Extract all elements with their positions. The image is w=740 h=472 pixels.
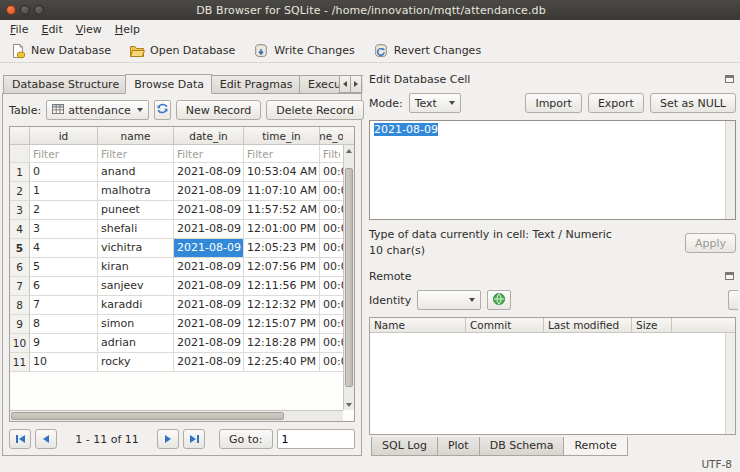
- grid-cell[interactable]: 0: [30, 163, 98, 182]
- row-number[interactable]: 4: [10, 220, 30, 239]
- grid-cell[interactable]: vichitra: [98, 239, 174, 258]
- grid-cell[interactable]: 2021-08-09: [174, 315, 244, 334]
- remote-scrollbar[interactable]: [725, 333, 735, 434]
- open-database-button[interactable]: Open Database: [125, 41, 239, 61]
- grid-cell[interactable]: 11:07:10 AM: [244, 182, 320, 201]
- filter-input-date-in[interactable]: [174, 145, 243, 162]
- editor-scrollbar[interactable]: [725, 121, 735, 219]
- grid-cell[interactable]: 2021-08-09: [174, 201, 244, 220]
- grid-cell[interactable]: 12:05:23 PM: [244, 239, 320, 258]
- remote-edge-button[interactable]: [728, 290, 738, 310]
- last-record-button[interactable]: [183, 429, 205, 449]
- menu-file[interactable]: File: [4, 21, 34, 38]
- row-number[interactable]: 11: [10, 353, 30, 372]
- grid-cell[interactable]: 8: [30, 315, 98, 334]
- cell-editor[interactable]: 2021-08-09: [369, 120, 736, 220]
- column-header-time-in[interactable]: time_in: [244, 127, 320, 145]
- mode-combobox[interactable]: Text: [409, 93, 461, 113]
- grid-cell[interactable]: 10:53:04 AM: [244, 163, 320, 182]
- filter-input-time-out[interactable]: [320, 145, 343, 162]
- column-header-name[interactable]: Name: [370, 318, 466, 332]
- grid-cell[interactable]: kiran: [98, 258, 174, 277]
- grid-cell[interactable]: karaddi: [98, 296, 174, 315]
- grid-cell[interactable]: anand: [98, 163, 174, 182]
- scroll-up-icon[interactable]: [344, 145, 354, 156]
- row-number[interactable]: 10: [10, 334, 30, 353]
- goto-input[interactable]: [277, 429, 356, 449]
- tab-scroll-right-icon[interactable]: [350, 75, 362, 93]
- table-combobox[interactable]: attendance: [46, 100, 149, 120]
- grid-cell[interactable]: simon: [98, 315, 174, 334]
- row-number[interactable]: 2: [10, 182, 30, 201]
- grid-cell[interactable]: 00:00:00: [320, 201, 343, 220]
- grid-cell[interactable]: 00:00:00: [320, 353, 343, 372]
- grid-cell[interactable]: 00:00:00: [320, 296, 343, 315]
- grid-cell[interactable]: 1: [30, 182, 98, 201]
- grid-cell[interactable]: 00:00:00: [320, 334, 343, 353]
- grid-cell[interactable]: 2021-08-09: [174, 334, 244, 353]
- new-database-button[interactable]: New Database: [6, 41, 115, 61]
- row-number[interactable]: 9: [10, 315, 30, 334]
- grid-cell[interactable]: 12:11:56 PM: [244, 277, 320, 296]
- grid-cell[interactable]: 5: [30, 258, 98, 277]
- column-header-name[interactable]: name: [98, 127, 174, 145]
- window-maximize-button[interactable]: [34, 5, 44, 15]
- identity-combobox[interactable]: [417, 290, 481, 310]
- grid-cell[interactable]: puneet: [98, 201, 174, 220]
- column-header-commit[interactable]: Commit: [466, 318, 544, 332]
- grid-cell[interactable]: 00:00:00: [320, 277, 343, 296]
- previous-record-button[interactable]: [35, 429, 57, 449]
- column-header-size[interactable]: Size: [632, 318, 672, 332]
- grid-cell[interactable]: adrian: [98, 334, 174, 353]
- write-changes-button[interactable]: Write Changes: [249, 41, 358, 61]
- tab-remote[interactable]: Remote: [563, 437, 627, 456]
- column-header-id[interactable]: id: [30, 127, 98, 145]
- grid-cell[interactable]: rocky: [98, 353, 174, 372]
- remote-file-list[interactable]: [370, 333, 735, 434]
- grid-cell[interactable]: 12:01:00 PM: [244, 220, 320, 239]
- grid-cell[interactable]: 7: [30, 296, 98, 315]
- grid-cell[interactable]: 2: [30, 201, 98, 220]
- grid-cell[interactable]: 00:00:00: [320, 220, 343, 239]
- row-number[interactable]: 5: [10, 239, 30, 258]
- row-number[interactable]: 8: [10, 296, 30, 315]
- export-button[interactable]: Export: [588, 93, 644, 113]
- first-record-button[interactable]: [9, 429, 31, 449]
- vertical-scrollbar-thumb[interactable]: [345, 168, 353, 387]
- menu-edit[interactable]: Edit: [35, 21, 68, 38]
- grid-cell[interactable]: shefali: [98, 220, 174, 239]
- grid-cell[interactable]: 9: [30, 334, 98, 353]
- grid-cell-selected[interactable]: 2021-08-09: [174, 239, 244, 258]
- window-close-button[interactable]: [6, 5, 16, 15]
- grid-cell[interactable]: 12:15:07 PM: [244, 315, 320, 334]
- revert-changes-button[interactable]: Revert Changes: [369, 41, 485, 61]
- next-record-button[interactable]: [157, 429, 179, 449]
- refresh-button[interactable]: [154, 100, 171, 120]
- column-header-time-out[interactable]: time_out: [320, 127, 343, 145]
- grid-cell[interactable]: 6: [30, 277, 98, 296]
- grid-cell[interactable]: 2021-08-09: [174, 220, 244, 239]
- horizontal-scrollbar[interactable]: [10, 410, 343, 421]
- tab-plot[interactable]: Plot: [437, 437, 480, 456]
- row-number[interactable]: 1: [10, 163, 30, 182]
- grid-cell[interactable]: 12:25:40 PM: [244, 353, 320, 372]
- filter-input-name[interactable]: [98, 145, 173, 162]
- tab-db-schema[interactable]: DB Schema: [479, 437, 565, 456]
- row-number[interactable]: 6: [10, 258, 30, 277]
- grid-cell[interactable]: 4: [30, 239, 98, 258]
- grid-cell[interactable]: 10: [30, 353, 98, 372]
- grid-cell[interactable]: 00:00:00: [320, 239, 343, 258]
- grid-cell[interactable]: 00:00:00: [320, 258, 343, 277]
- vertical-scrollbar[interactable]: [343, 145, 354, 410]
- grid-cell[interactable]: 12:07:56 PM: [244, 258, 320, 277]
- menu-view[interactable]: View: [70, 21, 108, 38]
- filter-input-time-in[interactable]: [244, 145, 319, 162]
- import-button[interactable]: Import: [525, 93, 582, 113]
- grid-cell[interactable]: malhotra: [98, 182, 174, 201]
- float-dock-icon[interactable]: [725, 272, 734, 280]
- grid-cell[interactable]: 2021-08-09: [174, 353, 244, 372]
- grid-cell[interactable]: 00:00:00: [320, 182, 343, 201]
- grid-cell[interactable]: sanjeev: [98, 277, 174, 296]
- apply-button[interactable]: Apply: [685, 233, 736, 253]
- grid-cell[interactable]: 12:18:28 PM: [244, 334, 320, 353]
